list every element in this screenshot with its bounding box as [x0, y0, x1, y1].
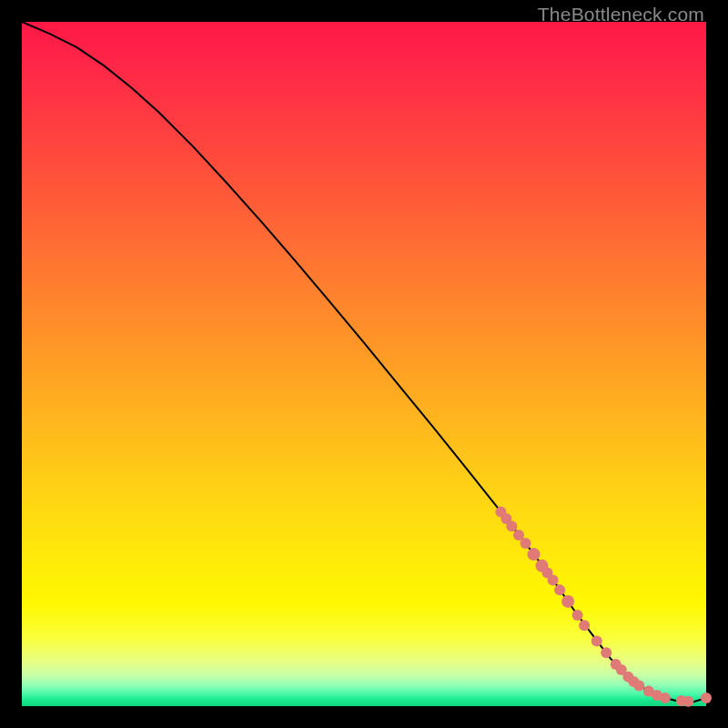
chart-stage: TheBottleneck.com — [0, 0, 728, 728]
bottleneck-curve — [22, 22, 706, 703]
marker-group — [495, 506, 712, 706]
data-marker — [521, 538, 531, 549]
data-marker — [572, 610, 583, 621]
data-marker — [548, 575, 559, 586]
data-marker — [592, 636, 602, 647]
data-marker — [554, 584, 565, 595]
data-marker — [682, 696, 693, 707]
data-marker — [601, 647, 612, 658]
data-marker — [506, 521, 517, 531]
chart-overlay — [22, 22, 706, 706]
data-marker — [528, 548, 541, 561]
data-marker — [561, 595, 574, 608]
data-marker — [701, 693, 712, 703]
data-marker — [579, 620, 590, 631]
data-marker — [633, 680, 644, 691]
data-marker — [660, 693, 671, 703]
